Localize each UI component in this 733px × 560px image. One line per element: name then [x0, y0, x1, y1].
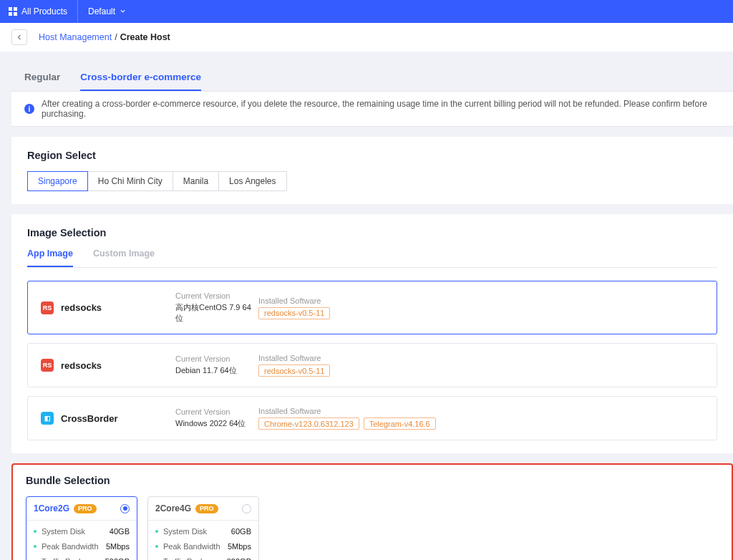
bundle-row-value: 60GB: [231, 527, 251, 536]
bundle-row-value: 40GB: [110, 527, 130, 536]
image-icon: ◧: [41, 412, 54, 425]
region-los-angeles[interactable]: Los Angeles: [218, 171, 286, 191]
current-version: Current VersionDebian 11.7 64位: [175, 354, 258, 376]
bundle-row: System Disk60GB: [155, 527, 251, 536]
image-selection-card: Image Selection App Image Custom Image R…: [11, 214, 733, 453]
bundle-name: 1Core2G: [34, 503, 69, 513]
cv-value: Windows 2022 64位: [175, 418, 258, 429]
software-tag: Telegram-v4.16.6: [364, 417, 436, 430]
bundle-title: Bundle Selection: [26, 475, 719, 486]
region-ho-chi-minh[interactable]: Ho Chi Minh City: [87, 171, 173, 191]
bundle-head: 2Core4GPRO: [148, 497, 258, 521]
image-list: RSredsocksCurrent Version高内核CentOS 7.9 6…: [27, 281, 717, 440]
breadcrumb-sep: /: [115, 32, 117, 42]
svg-rect-1: [14, 7, 17, 11]
software-tag: redsocks-v0.5-11: [258, 365, 330, 377]
grid-icon: [9, 7, 17, 16]
bundle-row-value: 5Mbps: [228, 542, 251, 551]
tab-custom-image[interactable]: Custom Image: [93, 248, 155, 267]
installed-software: Installed Softwareredsocks-v0.5-11: [258, 296, 704, 319]
software-tag: redsocks-v0.5-11: [258, 307, 330, 319]
region-manila[interactable]: Manila: [173, 171, 219, 191]
software-tags: Chrome-v123.0.6312.123Telegram-v4.16.6: [258, 417, 704, 430]
bundle-row: Traffic Package800GB: [155, 557, 251, 560]
bundle-radio[interactable]: [120, 504, 130, 513]
bundle-name: 2Core4G: [155, 503, 191, 513]
tab-app-image[interactable]: App Image: [27, 248, 73, 267]
bullet-dot: [155, 545, 158, 548]
installed-software: Installed Softwareredsocks-v0.5-11: [258, 354, 704, 377]
bullet-dot: [34, 530, 37, 533]
software-tag: Chrome-v123.0.6312.123: [258, 417, 359, 430]
tab-cross-border[interactable]: Cross-border e-commerce: [80, 72, 201, 91]
cv-value: 高内核CentOS 7.9 64位: [175, 302, 258, 324]
current-version: Current Version高内核CentOS 7.9 64位: [175, 291, 258, 324]
tab-regular[interactable]: Regular: [24, 72, 60, 91]
image-sub-tabs: App Image Custom Image: [27, 248, 717, 268]
svg-rect-0: [9, 7, 12, 11]
image-row[interactable]: RSredsocksCurrent VersionDebian 11.7 64位…: [27, 343, 717, 387]
breadcrumb: Host Management / Create Host: [0, 23, 733, 52]
is-label: Installed Software: [258, 354, 704, 362]
image-name: CrossBorder: [61, 413, 175, 424]
bullet-dot: [155, 530, 158, 533]
bundle-row-value: 5Mbps: [106, 542, 130, 551]
image-row[interactable]: ◧CrossBorderCurrent VersionWindows 2022 …: [27, 396, 717, 440]
bundle-selection-card: Bundle Selection 1Core2GPROSystem Disk40…: [11, 463, 733, 560]
is-label: Installed Software: [258, 296, 704, 305]
bundle-grid: 1Core2GPROSystem Disk40GBPeak Bandwidth5…: [26, 496, 719, 560]
pro-badge: PRO: [74, 504, 97, 513]
bundle-row-label: System Disk: [42, 527, 85, 536]
cv-value: Debian 11.7 64位: [175, 365, 258, 376]
region-options: Singapore Ho Chi Minh City Manila Los An…: [27, 171, 717, 191]
notice-text: After creating a cross-border e-commerce…: [42, 99, 720, 119]
info-icon: i: [24, 104, 34, 114]
cv-label: Current Version: [175, 407, 258, 416]
region-card: Region Select Singapore Ho Chi Minh City…: [11, 137, 733, 204]
cv-label: Current Version: [175, 291, 258, 300]
software-tags: redsocks-v0.5-11: [258, 307, 704, 319]
default-dropdown-label: Default: [88, 6, 115, 16]
cv-label: Current Version: [175, 354, 258, 363]
breadcrumb-create-host: Create Host: [120, 32, 170, 42]
default-dropdown[interactable]: Default: [88, 6, 126, 16]
image-name: redsocks: [61, 302, 175, 313]
bundle-row-label: Traffic Package: [42, 557, 96, 560]
installed-software: Installed SoftwareChrome-v123.0.6312.123…: [258, 407, 704, 430]
image-row[interactable]: RSredsocksCurrent Version高内核CentOS 7.9 6…: [27, 281, 717, 334]
bundle-radio[interactable]: [242, 504, 251, 513]
bundle-row-label: Traffic Package: [163, 557, 218, 560]
bundle-body: System Disk40GBPeak Bandwidth5MbpsTraffi…: [26, 521, 137, 560]
topbar: All Products Default: [0, 0, 733, 23]
bundle-row: System Disk40GB: [34, 527, 130, 536]
svg-rect-3: [14, 12, 17, 16]
image-name: redsocks: [61, 360, 175, 371]
topbar-divider: [77, 0, 78, 23]
pro-badge: PRO: [195, 504, 218, 513]
type-tabs: Regular Cross-border e-commerce: [11, 63, 733, 91]
bundle-card[interactable]: 1Core2GPROSystem Disk40GBPeak Bandwidth5…: [26, 496, 137, 560]
current-version: Current VersionWindows 2022 64位: [175, 407, 258, 429]
region-title: Region Select: [27, 150, 717, 161]
image-icon: RS: [41, 359, 54, 372]
svg-rect-2: [9, 12, 12, 16]
bundle-row-label: System Disk: [163, 527, 207, 536]
breadcrumb-host-management[interactable]: Host Management: [39, 32, 112, 42]
page-body: Regular Cross-border e-commerce i After …: [0, 52, 733, 560]
image-selection-title: Image Selection: [27, 227, 717, 238]
bundle-row-value: 800GB: [227, 557, 251, 560]
bundle-row-value: 500GB: [105, 557, 130, 560]
region-singapore[interactable]: Singapore: [27, 171, 88, 191]
bundle-body: System Disk60GBPeak Bandwidth5MbpsTraffi…: [148, 521, 258, 560]
bundle-row: Peak Bandwidth5Mbps: [155, 542, 251, 551]
bundle-row: Traffic Package500GB: [34, 557, 130, 560]
software-tags: redsocks-v0.5-11: [258, 365, 704, 377]
notice-bar: i After creating a cross-border e-commer…: [11, 91, 733, 127]
all-products-link[interactable]: All Products: [21, 6, 67, 16]
bundle-card[interactable]: 2Core4GPROSystem Disk60GBPeak Bandwidth5…: [147, 496, 259, 560]
is-label: Installed Software: [258, 407, 704, 415]
chevron-down-icon: [120, 6, 126, 16]
back-button[interactable]: [11, 29, 27, 45]
bundle-row-label: Peak Bandwidth: [163, 542, 220, 551]
bundle-row: Peak Bandwidth5Mbps: [34, 542, 130, 551]
